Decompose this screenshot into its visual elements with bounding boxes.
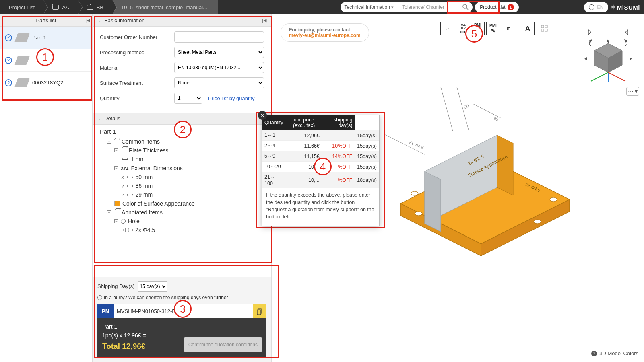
svg-marker-30 [425, 171, 441, 232]
sidebar-title: Parts list [36, 17, 56, 23]
search-input[interactable]: Tolerance/ Chamfer [398, 2, 473, 12]
crumb-label: AA [62, 4, 69, 10]
svg-text:50: 50 [463, 103, 469, 110]
svg-marker-29 [497, 135, 513, 195]
viewer-toolbar-2: A [521, 22, 551, 35]
sort-tool[interactable]: ↓↑ [440, 22, 454, 35]
table-row: 10～2010,...%OFF15day(s) [262, 162, 379, 172]
top-bar: Project List AA BB 10_5_sheet-metal_samp… [0, 0, 644, 14]
collapse-icon[interactable]: |◀ [85, 18, 90, 23]
svg-marker-9 [625, 30, 628, 35]
collapse-box-icon[interactable]: − [107, 140, 111, 144]
tree-common-items[interactable]: −Common Items [107, 137, 264, 146]
collapse-box-icon[interactable]: − [114, 219, 118, 223]
search-icon[interactable] [462, 4, 469, 11]
tree-plate-thickness[interactable]: −Plate Thickness [114, 146, 264, 155]
crumb-aa[interactable]: AA [43, 0, 78, 14]
tree-ext-dimensions[interactable]: −XYZExternal Dimensions [114, 164, 264, 173]
gear-icon: ✲ [611, 4, 616, 11]
price-list-link[interactable]: Price list by quantity [208, 95, 255, 101]
shipping-label: Shipping Day(s) [97, 283, 135, 289]
tree-color[interactable]: Color of Surface Appearance [114, 199, 264, 208]
grid-view-tool[interactable] [538, 22, 551, 35]
part-row[interactable]: ✓ Part 1 [0, 27, 92, 49]
view-cube[interactable] [582, 22, 634, 74]
popup-note: If the quantity exceeds the above, pleas… [262, 188, 379, 226]
basic-info-header[interactable]: ⌄ Basic Information |◀ [93, 14, 271, 27]
crumb-file[interactable]: 10_5_sheet-metal_sample_manual.... [112, 0, 218, 14]
product-list-button[interactable]: Product List 1 [475, 2, 518, 12]
price-total: Total 12,96€ [102, 340, 146, 352]
brand-logo: ✲MiSUMi [611, 4, 640, 11]
language-button[interactable]: EN [584, 2, 609, 12]
svg-point-31 [415, 212, 422, 216]
surface-select[interactable]: None [174, 77, 264, 88]
shipping-select[interactable]: 15 day(s) [138, 281, 167, 292]
part-3d-view[interactable]: 2x Φ2.5 Surface Appearance 50 98 2x Φ4.5… [376, 87, 578, 268]
model-colors-link[interactable]: ? 3D Model Colors [591, 350, 638, 356]
product-list-label: Product List [480, 4, 505, 10]
collapse-box-icon[interactable]: − [114, 148, 118, 152]
price-table: Quantity unit price (excl. tax) shipping… [262, 115, 379, 188]
mid-panel: ⌄ Basic Information |◀ Customer Order Nu… [93, 14, 272, 362]
crumb-bb[interactable]: BB [78, 0, 112, 14]
confirm-quotation-button[interactable]: Confirm the quotation conditions [184, 337, 262, 352]
collapse-box-icon[interactable]: − [114, 166, 118, 170]
tree-hole[interactable]: −Hole [114, 217, 264, 226]
svg-rect-3 [257, 310, 261, 315]
table-row: 21～10010,...%OFF18day(s) [262, 172, 379, 188]
status-ok-icon: ✓ [5, 34, 12, 41]
more-button[interactable]: ⋯ ▾ [626, 87, 639, 96]
table-row: 5～911,15€14%OFF15day(s) [262, 151, 379, 162]
basic-form: Customer Order Number Processing methodS… [93, 27, 271, 113]
hurry-link[interactable]: In a hurry? We can shorten the shipping … [97, 295, 266, 300]
svg-marker-14 [630, 57, 632, 60]
qty-select[interactable]: 1 [174, 93, 202, 104]
svg-point-34 [411, 191, 418, 195]
folder-icon [52, 5, 59, 10]
cube-icon [121, 148, 126, 153]
close-icon[interactable]: ✕ [258, 111, 267, 120]
tolerance-tool[interactable]: +0.1−0.2⟷ [456, 22, 469, 35]
pmi-it-tool[interactable]: IT [502, 22, 515, 35]
tree-thickness-value: ⟷1 mm [122, 155, 264, 164]
crumb-label: Project List [9, 4, 35, 10]
svg-line-1 [466, 8, 468, 10]
circle-icon [121, 219, 126, 224]
sidebar-header: Parts list |◀ [0, 14, 92, 27]
part-row[interactable]: ? [0, 49, 92, 72]
copy-button[interactable] [253, 304, 266, 318]
price-popup: ✕ Quantity unit price (excl. tax) shippi… [262, 115, 380, 226]
thickness-icon: ⟷ [122, 156, 128, 162]
tech-info-dropdown[interactable]: Technical Information ▾ [341, 2, 398, 12]
collapse-icon[interactable]: |◀ [262, 18, 266, 23]
price-box: PN MVSHM-PN01050-312-B... Part 1 1pc(s) … [97, 304, 266, 358]
svg-text:2x Φ4.5: 2x Φ4.5 [408, 140, 424, 150]
svg-marker-13 [584, 57, 587, 60]
price-part-label: Part 1 [102, 322, 146, 331]
expand-box-icon[interactable]: + [122, 228, 126, 232]
order-input[interactable] [174, 31, 264, 43]
tree-hole-spec[interactable]: +2x Φ4.5 [122, 226, 264, 234]
tree-annotated[interactable]: −Annotated Items [107, 208, 264, 217]
pmi-plus-tool[interactable]: PMI＋ [471, 22, 485, 35]
details-tree: Part 1 −Common Items −Plate Thickness ⟷1… [93, 125, 271, 240]
crumb-project-list[interactable]: Project List [0, 0, 43, 14]
method-select[interactable]: Sheet Metal Parts [174, 47, 264, 58]
text-tool[interactable]: A [521, 22, 535, 35]
part-label: Part 1 [32, 35, 46, 41]
chevron-down-icon: ⌄ [97, 116, 101, 121]
status-question-icon: ? [5, 57, 12, 64]
circle-icon [128, 228, 133, 232]
collapse-box-icon[interactable]: − [107, 210, 111, 214]
material-select[interactable]: EN 1.0330 equiv.(EN 1.032... [174, 62, 264, 73]
svg-point-33 [550, 197, 557, 202]
th-ship: shipping day(s) [322, 115, 355, 130]
details-header[interactable]: ⌄ Details [93, 113, 271, 125]
part-row[interactable]: ? 00032T8YQ2 [0, 72, 92, 94]
pmi-edit-tool[interactable]: PMI✎ [486, 22, 500, 35]
inquiry-email[interactable]: meviy-eu@misumi-europe.com [289, 33, 361, 38]
shipping-area: Shipping Day(s) 15 day(s) In a hurry? We… [93, 277, 271, 362]
tree-dim-z: z⟷29 mm [122, 190, 264, 199]
surface-label: Surface Treatment [100, 80, 174, 86]
